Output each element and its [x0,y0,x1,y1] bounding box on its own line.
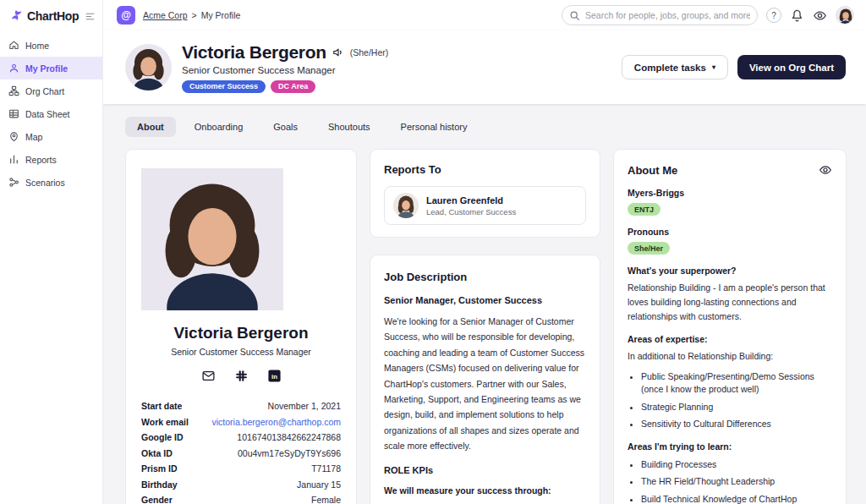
tab-personal-history[interactable]: Personal history [389,117,480,137]
department-badge[interactable]: Customer Success [182,80,266,93]
tab-onboarding[interactable]: Onboarding [183,117,255,137]
sidebar-item-label: Scenarios [25,178,65,188]
sidebar-item-label: Reports [25,155,57,165]
sidebar-item-my-profile[interactable]: My Profile [0,57,102,79]
expertise-intro: In additional to Relationship Building: [628,349,832,364]
expertise-heading: Areas of expertise: [628,334,832,344]
expertise-list: Public Speaking/Presenting/Demo Sessions… [641,370,832,430]
myers-briggs-label: Myers-Briggs [628,188,832,198]
breadcrumb-current: My Profile [201,10,241,20]
field-start-date: Start date November 1, 2021 [141,398,341,414]
learning-item: Building Processes [641,458,832,471]
sidebar: ChartHop Home My Profile Org Chart Data … [0,0,103,504]
slack-icon[interactable] [234,369,249,383]
tab-goals[interactable]: Goals [261,117,310,137]
learning-item: Build Technical Knowledge of ChartHop [641,493,832,504]
view-on-org-chart-button[interactable]: View on Org Chart [737,55,846,79]
user-avatar[interactable] [836,6,854,25]
breadcrumb-company-link[interactable]: Acme Corp [143,10,188,20]
location-badge[interactable]: DC Area [271,80,315,93]
pronouns-badge: She/Her [628,242,670,255]
org-switcher[interactable]: @ [117,6,135,25]
table-icon [8,108,19,119]
manager-list-item[interactable]: Lauren Greenfeld Lead, Customer Success [384,186,586,225]
help-button[interactable]: ? [766,8,781,23]
sidebar-item-label: My Profile [25,63,68,74]
pronouns-text: (She/Her) [350,47,389,58]
topbar: @ Acme Corp > My Profile ? [103,0,866,30]
pronounce-name-speaker-icon[interactable] [332,47,344,58]
logo: ChartHop [0,0,102,34]
visibility-eye-icon[interactable] [819,163,832,177]
sidebar-item-home[interactable]: Home [0,34,102,57]
jd-kpi-heading: ROLE KPIs [384,465,586,475]
brand-name: ChartHop [27,9,79,23]
profile-tabs: About Onboarding Goals Shoutouts Persona… [125,117,866,137]
caret-down-icon: ▾ [712,63,715,71]
org-chart-icon [8,85,19,96]
branch-icon [8,177,19,188]
jd-role-heading: Senior Manager, Customer Success [384,295,586,305]
sidebar-item-label: Home [25,41,49,51]
manager-name: Lauren Greenfeld [426,195,516,205]
learning-heading: Areas I'm trying to learn: [628,441,832,452]
tab-shoutouts[interactable]: Shoutouts [316,117,382,137]
field-okta-id: Okta ID 00u4vm17eSyDyT9Ys696 [141,446,341,462]
global-search[interactable] [562,5,758,25]
field-google-id: Google ID 101674013842662247868 [141,430,341,446]
main-content: About Onboarding Goals Shoutouts Persona… [103,104,866,504]
bar-chart-icon [8,154,19,165]
map-pin-icon [8,131,19,142]
field-birthday: Birthday January 15 [141,477,341,493]
job-description-card: Job Description Senior Manager, Customer… [370,255,600,504]
tab-about[interactable]: About [125,117,176,137]
home-icon [8,40,19,51]
job-description-title: Job Description [384,271,586,283]
profile-header: Victoria Bergeron (She/Her) Senior Custo… [103,30,866,104]
job-title: Senior Customer Success Manager [182,65,388,75]
complete-tasks-button[interactable]: Complete tasks ▾ [622,55,728,79]
notifications-bell-icon[interactable] [790,8,804,23]
person-icon [8,63,19,74]
profile-card-name: Victoria Bergeron [141,324,341,342]
search-icon [569,10,580,21]
reports-to-card: Reports To Lauren Greenfeld Lead, Custom… [370,149,600,238]
email-icon[interactable] [201,369,216,383]
learning-item: The HR Field/Thought Leadership [641,475,832,488]
sidebar-item-label: Org Chart [25,86,64,96]
sidebar-item-map[interactable]: Map [0,125,102,148]
search-input[interactable] [585,10,750,20]
learning-list: Building Processes The HR Field/Thought … [641,458,832,504]
field-prism-id: Prism ID T71178 [141,461,341,477]
sidebar-item-org-chart[interactable]: Org Chart [0,79,102,102]
sidebar-item-label: Data Sheet [25,109,70,119]
sidebar-item-data-sheet[interactable]: Data Sheet [0,102,102,125]
linkedin-icon[interactable]: in [267,369,282,383]
jd-kpi-subheading: We will measure your success through: [384,485,586,496]
expertise-item: Public Speaking/Presenting/Demo Sessions… [641,370,832,396]
collapse-sidebar-icon[interactable] [85,11,96,22]
superpower-heading: What's your superpower? [628,266,832,276]
sidebar-item-label: Map [25,132,42,142]
svg-text:in: in [271,373,277,381]
sidebar-item-reports[interactable]: Reports [0,148,102,171]
work-email-link[interactable]: victoria.bergeron@charthop.com [212,417,341,427]
expertise-item: Strategic Planning [641,401,832,414]
profile-avatar[interactable] [125,44,172,90]
visibility-eye-icon[interactable] [813,8,827,23]
sidebar-item-scenarios[interactable]: Scenarios [0,171,102,194]
manager-avatar [393,193,419,218]
about-me-title: About Me [628,164,677,177]
reports-to-title: Reports To [384,163,586,176]
expertise-item: Sensitivity to Cultural Differences [641,418,832,430]
page-title: Victoria Bergeron [182,42,326,63]
profile-fields: Start date November 1, 2021 Work email v… [141,398,341,504]
profile-card-title: Senior Customer Success Manager [141,347,341,357]
charthop-logo-icon [8,8,24,24]
profile-photo [141,168,341,310]
field-work-email: Work email victoria.bergeron@charthop.co… [141,414,341,430]
breadcrumb: Acme Corp > My Profile [143,10,240,20]
about-me-card: About Me Myers-Briggs ENTJ Pronouns She/… [613,149,847,504]
manager-role: Lead, Customer Success [426,207,516,216]
field-gender: Gender Female [141,492,341,504]
